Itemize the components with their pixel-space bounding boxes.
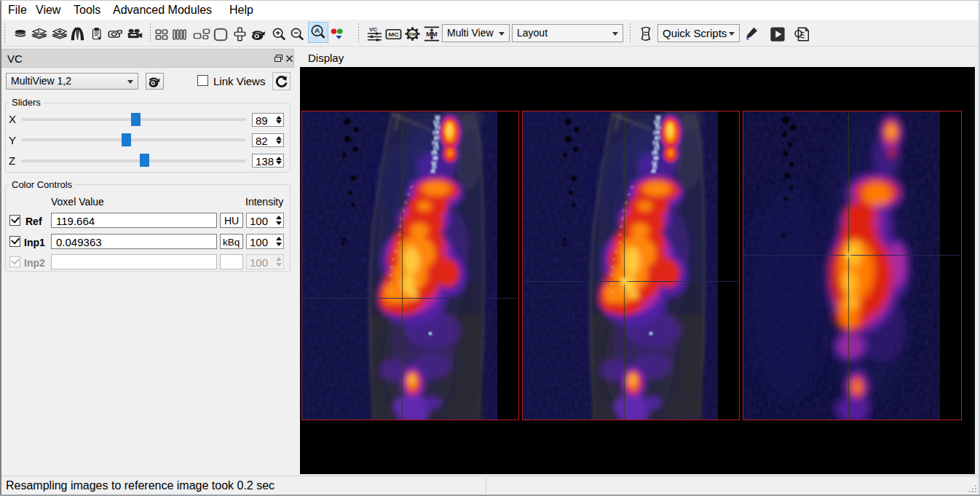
svg-text:MC: MC [388, 31, 398, 38]
svg-text:A: A [315, 27, 320, 35]
svg-text:1.: 1. [37, 29, 42, 34]
svg-text:DM: DM [409, 32, 416, 36]
svg-text:VC: VC [369, 26, 378, 33]
